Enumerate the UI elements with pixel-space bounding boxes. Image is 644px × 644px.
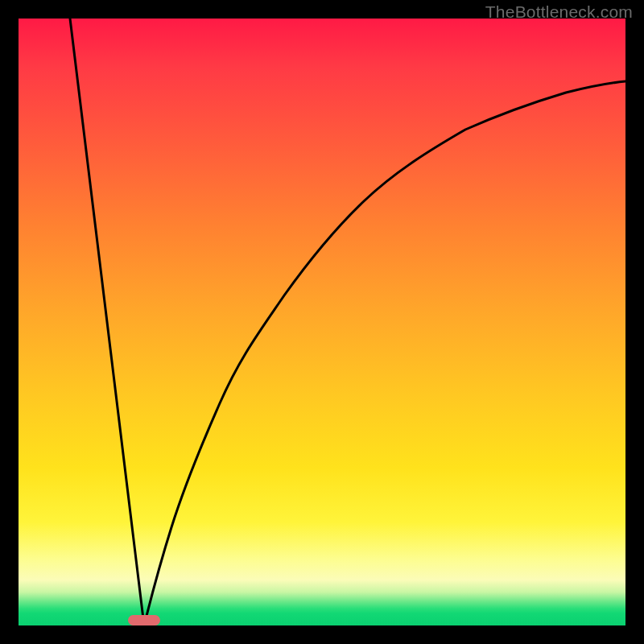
chart-stage: TheBottleneck.com [0, 0, 644, 644]
watermark-text: TheBottleneck.com [485, 2, 633, 22]
plot-area [19, 19, 625, 625]
optimal-marker [128, 615, 160, 625]
bottleneck-curve [19, 19, 625, 625]
